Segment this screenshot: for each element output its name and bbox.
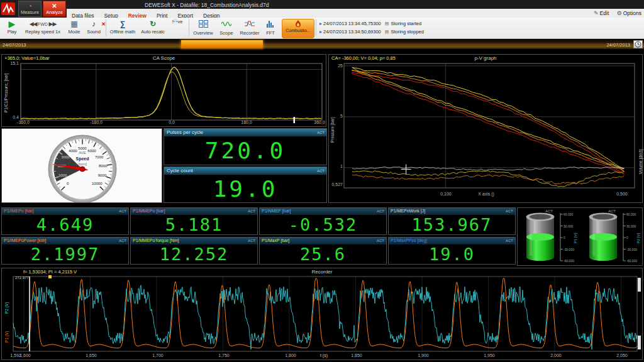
- svg-text:30,000: 30,000: [564, 224, 574, 228]
- act-badge: ACT: [119, 239, 126, 243]
- cycle-count-display[interactable]: Cycle count ACT 19.0: [164, 167, 327, 203]
- ca-scope-panel[interactable]: +365,0; Value=1,0bar CA Scope P1/C1/Pres…: [1, 54, 326, 127]
- overview-grid-icon: [191, 20, 215, 30]
- recorder-y-max-label: 272,977: [15, 276, 29, 280]
- analyze-icon: ✕: [52, 3, 57, 9]
- digital-meter[interactable]: P1/MaxPPos [deg]ACT 19.0: [388, 237, 516, 265]
- mode-button[interactable]: ▦ Mode: [65, 19, 83, 35]
- recorder-title: Recorder: [2, 269, 642, 275]
- event-log: ▸24/07/2013 13:34:45,75300▤Storing start…: [319, 19, 424, 36]
- replay-speed-control[interactable]: ◀◀ FWD ▶▶ Replay speed 1x: [21, 19, 64, 35]
- measure-button[interactable]: ◔ Measure: [18, 1, 42, 17]
- ca-scope-y-axis-label: P1/C1/Pressure; [bar]: [4, 74, 8, 113]
- edit-button[interactable]: ✎Edit: [594, 10, 609, 16]
- cylinder-bars-panel[interactable]: 60,00030,0000-30,000-60,000P1 [V] 60,000…: [517, 207, 643, 266]
- svg-text:0: 0: [564, 236, 565, 239]
- titlebar: ◔ Measure ✕ Analyze DEWESoft X - Datafil…: [0, 0, 644, 18]
- ca-y-tick: 15,1: [5, 61, 19, 65]
- event-row[interactable]: ▸24/07/2013 13:34:50,69300▤Storing stopp…: [319, 28, 424, 36]
- combustion-analysis-button[interactable]: Combustio...: [282, 19, 314, 38]
- overview-button[interactable]: Overview: [191, 19, 215, 36]
- pv-y-tick: 5: [329, 114, 343, 118]
- act-badge: ACT: [608, 209, 616, 213]
- rewind-icon[interactable]: ◀◀: [30, 21, 37, 27]
- svg-text:60,000: 60,000: [626, 212, 636, 216]
- svg-text:-60,000: -60,000: [626, 259, 637, 263]
- timeline-bar[interactable]: 24/07/2013 24/07/2013: [0, 39, 644, 50]
- toolbar-separator: [106, 19, 106, 36]
- dewesoft-window: ◔ Measure ✕ Analyze DEWESoft X - Datafil…: [0, 0, 644, 362]
- dewesoft-logo: [1, 1, 16, 16]
- toolbar: ▶ Play ◀◀ FWD ▶▶ Replay speed 1x ▦ Mode …: [0, 18, 644, 39]
- recorder-x-tick: 2,000: [550, 353, 562, 358]
- measure-label: Measure: [21, 9, 39, 15]
- speed-gauge-panel[interactable]: 0100020003000400050006000700080009000100…: [1, 128, 162, 203]
- auto-recalc-button[interactable]: ↻ Auto recalc: [138, 19, 167, 35]
- sound-muted-icon: ♪✕: [84, 19, 103, 29]
- recalc-arrows-icon: ↻: [138, 19, 167, 29]
- pv-x-unit-label: Volume [dm3]: [638, 149, 643, 174]
- pv-graph-panel[interactable]: CA= -360,00; V= 0,04; p= 0,85 p-V graph …: [328, 54, 643, 203]
- play-button[interactable]: ▶ Play: [4, 19, 20, 35]
- event-marker-icon: ▸: [319, 29, 322, 35]
- pv-y-tick: 1: [329, 164, 343, 168]
- channel-label: P1/IMEPoPower [kW]: [4, 238, 46, 243]
- cycles-title: Cycle count: [167, 168, 193, 173]
- recorder-p2-axis-label: P2 (V): [4, 302, 9, 314]
- ca-y-tick: 0,4: [5, 115, 19, 119]
- digital-value: 5.181: [131, 215, 257, 234]
- svg-text:0: 0: [626, 236, 628, 239]
- timeline-selection[interactable]: [181, 40, 263, 48]
- act-badge: ACT: [119, 209, 126, 213]
- pv-y-tick: 25: [329, 63, 343, 68]
- sound-button[interactable]: ♪✕ Sound: [84, 19, 103, 35]
- scope-button[interactable]: Scope: [216, 19, 236, 36]
- digital-meter[interactable]: P1/MEPnWork [J]ACT 153.967: [388, 207, 516, 235]
- event-row[interactable]: ▸24/07/2013 13:34:45,75300▤Storing start…: [319, 19, 424, 28]
- panel-header: P1/NMEP [bar]ACT: [260, 208, 386, 215]
- digital-value: 153.967: [389, 215, 515, 234]
- digital-meter[interactable]: P1/NMEP [bar]ACT -0.532: [259, 207, 387, 235]
- timeline-end-date: 24/07/2013: [606, 42, 630, 48]
- recorder-x-tick: 1,850: [351, 353, 362, 358]
- svg-text:30,000: 30,000: [626, 224, 636, 228]
- timeline-start-date: 24/07/2013: [3, 42, 26, 48]
- ca-x-tick: -180,0: [90, 120, 103, 124]
- recorder-x-axis-label: t (s): [320, 353, 328, 358]
- recorder-x-tick: 1,750: [218, 353, 230, 358]
- combustion-engine-icon: [282, 20, 314, 28]
- digital-value: 2.1997: [2, 244, 128, 264]
- options-button[interactable]: ⚙Options: [617, 10, 641, 16]
- recorder-x-tick: 1,600: [19, 353, 31, 358]
- panel-header: P1/IMEPo [bar]ACT: [2, 208, 128, 215]
- analyze-button[interactable]: ✕ Analyze: [43, 1, 66, 17]
- mode-grid-icon: ▦: [65, 19, 83, 29]
- pulses-per-cycle-display[interactable]: Pulses per cycle ACT 720.0: [164, 128, 327, 165]
- digital-meter[interactable]: P1/MMEPoTorque [Nm]ACT 12.252: [130, 237, 258, 265]
- svg-text:[rpm]: [rpm]: [78, 162, 87, 166]
- digital-meter[interactable]: P1/MaxP [bar]ACT 25.6: [259, 237, 387, 265]
- act-badge: ACT: [377, 209, 384, 213]
- svg-text:AVE: AVE: [79, 151, 86, 155]
- edit-icon: ✎: [594, 10, 599, 16]
- fft-button[interactable]: FFT: [262, 19, 279, 36]
- act-badge: ACT: [506, 239, 513, 243]
- svg-text:-30,000: -30,000: [626, 248, 637, 251]
- fast-forward-icon[interactable]: ▶▶: [48, 21, 56, 27]
- svg-text:P1 [V]: P1 [V]: [574, 233, 577, 243]
- digital-meter[interactable]: P1/IMEPo [bar]ACT 4.649: [1, 207, 129, 235]
- act-badge: ACT: [545, 209, 553, 213]
- digital-meter[interactable]: P1/IMEPoPower [kW]ACT 2.1997: [1, 237, 129, 265]
- event-type-icon: ▤: [385, 30, 389, 34]
- ca-x-tick: 180,0: [241, 120, 252, 124]
- digital-meter[interactable]: P1/MMEPo [bar]ACT 5.181: [130, 207, 258, 235]
- recorder-button[interactable]: Recorder: [238, 19, 262, 36]
- offline-math-button[interactable]: ∑ Offline math: [108, 19, 137, 35]
- save-button[interactable]: Save: [169, 19, 186, 25]
- channel-label: P1/MMEPoTorque [Nm]: [133, 238, 179, 243]
- toolbar-separator: [316, 19, 316, 36]
- recorder-x-tick: 2,050: [616, 353, 628, 358]
- menu-right-group: ✎Edit ⚙Options: [587, 9, 641, 18]
- clock-icon[interactable]: [633, 40, 643, 48]
- recorder-panel[interactable]: f= 1,53034; PI = 4,2115 V Recorder 272,9…: [1, 268, 643, 360]
